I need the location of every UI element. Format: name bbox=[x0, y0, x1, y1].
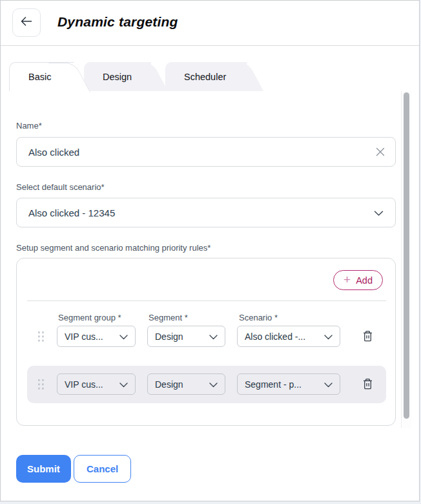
rules-panel: + Add Segment group * Segment * Scenario… bbox=[16, 258, 396, 426]
add-rule-button[interactable]: + Add bbox=[333, 270, 383, 290]
tab-design[interactable]: Design bbox=[84, 62, 151, 91]
segment-select[interactable]: Design bbox=[147, 326, 225, 347]
scenario-select[interactable]: Also clicked -... bbox=[237, 326, 340, 347]
trash-icon bbox=[362, 330, 374, 342]
submit-button[interactable]: Submit bbox=[16, 455, 71, 483]
column-header-segment: Segment * bbox=[149, 313, 188, 322]
column-header-scenario: Scenario * bbox=[239, 313, 278, 322]
tab-bar: Basic Design Scheduler bbox=[9, 62, 247, 91]
tab-scheduler-label: Scheduler bbox=[184, 72, 226, 82]
name-input-wrap bbox=[16, 137, 396, 167]
segment-value: Design bbox=[155, 379, 183, 390]
cancel-button[interactable]: Cancel bbox=[74, 455, 131, 483]
tab-basic[interactable]: Basic bbox=[9, 62, 74, 91]
default-scenario-select[interactable]: Also clicked - 12345 bbox=[16, 198, 396, 227]
drag-handle-icon[interactable] bbox=[38, 331, 44, 342]
header: Dynamic targeting bbox=[1, 1, 419, 46]
column-header-segment-group: Segment group * bbox=[58, 313, 121, 322]
chevron-down-icon bbox=[324, 331, 333, 342]
delete-rule-button[interactable] bbox=[359, 328, 376, 344]
plus-icon: + bbox=[344, 273, 351, 286]
scenario-value: Segment - p... bbox=[245, 379, 302, 390]
chevron-down-icon bbox=[209, 331, 218, 342]
clear-x-icon[interactable] bbox=[376, 147, 385, 156]
drag-handle-icon[interactable] bbox=[38, 379, 44, 390]
chevron-down-icon bbox=[119, 331, 128, 342]
panel-divider bbox=[27, 300, 386, 301]
scenario-value: Also clicked -... bbox=[245, 331, 305, 342]
rule-row: VIP cus... Design Segment - p... bbox=[27, 366, 386, 403]
segment-group-value: VIP cus... bbox=[65, 331, 103, 342]
name-label: Name* bbox=[16, 121, 42, 131]
delete-rule-button[interactable] bbox=[359, 375, 376, 392]
segment-group-value: VIP cus... bbox=[65, 379, 103, 390]
dynamic-targeting-dialog: Dynamic targeting Basic Design Scheduler… bbox=[0, 0, 420, 501]
name-input[interactable] bbox=[17, 138, 395, 166]
segment-group-select[interactable]: VIP cus... bbox=[57, 373, 136, 395]
back-button[interactable] bbox=[12, 8, 41, 37]
default-scenario-value: Also clicked - 12345 bbox=[28, 207, 115, 218]
segment-group-select[interactable]: VIP cus... bbox=[57, 326, 136, 347]
rules-label: Setup segment and scenario matching prio… bbox=[16, 243, 211, 253]
segment-select[interactable]: Design bbox=[147, 373, 225, 395]
chevron-down-icon bbox=[119, 379, 128, 390]
default-scenario-label: Select default scenario* bbox=[16, 182, 105, 192]
tab-basic-label: Basic bbox=[28, 72, 51, 82]
arrow-left-icon bbox=[21, 17, 32, 28]
scenario-select[interactable]: Segment - p... bbox=[237, 373, 340, 395]
chevron-down-icon bbox=[209, 379, 218, 390]
page-title: Dynamic targeting bbox=[57, 14, 178, 30]
scrollbar-thumb[interactable] bbox=[404, 92, 409, 419]
trash-icon bbox=[362, 377, 374, 390]
chevron-down-icon bbox=[324, 379, 333, 390]
segment-value: Design bbox=[155, 331, 183, 342]
add-rule-label: Add bbox=[356, 275, 373, 286]
tab-scheduler[interactable]: Scheduler bbox=[165, 62, 247, 91]
chevron-down-icon bbox=[374, 207, 384, 218]
tab-design-label: Design bbox=[103, 72, 132, 82]
